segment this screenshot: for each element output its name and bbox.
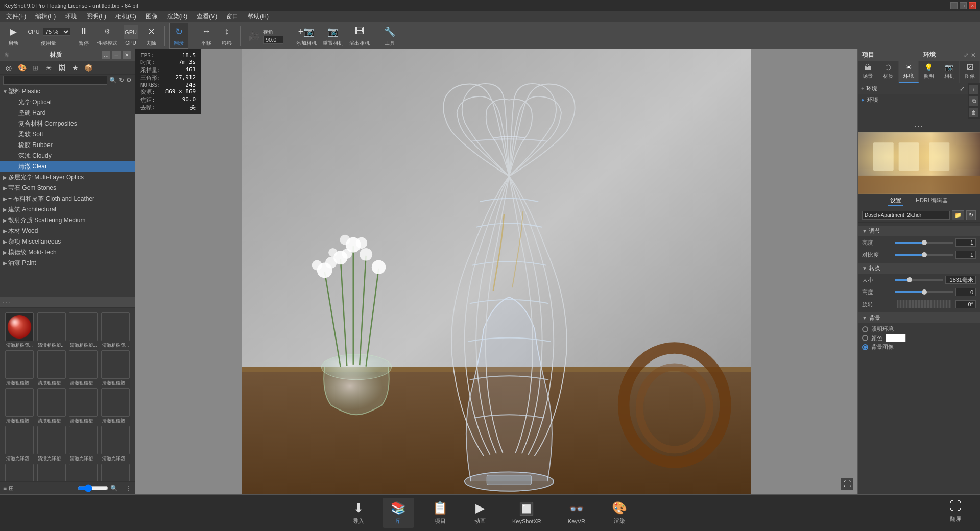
toolbar-pause[interactable]: ⏸ 暂停 (75, 23, 93, 48)
materials-search-input[interactable] (3, 76, 107, 85)
size-value-input[interactable] (945, 276, 976, 284)
mat-item-1[interactable]: 清澈粗糙塑... (36, 312, 67, 349)
tree-item-misc[interactable]: ▶ 杂项 Miscellaneous (0, 236, 135, 247)
mat-item-11[interactable]: 清澈粗糙塑... (100, 388, 131, 424)
tab-environment[interactable]: ☀ 环境 (899, 61, 919, 83)
toolbar-reset-camera[interactable]: 📷 重置相机 (321, 23, 345, 48)
toolbar-start[interactable]: ▶ 启动 (4, 23, 22, 48)
mat-item-7[interactable]: 清澈粗糙塑... (100, 350, 131, 387)
brightness-value-input[interactable] (955, 238, 976, 247)
texture-icon-btn[interactable]: ⊞ (30, 62, 41, 74)
hdri-file-input[interactable] (862, 211, 950, 220)
toolbar-tools[interactable]: 🔧 工具 (380, 23, 399, 48)
bg-option-lighting[interactable]: 照明环境 (862, 325, 976, 333)
collection-icon-btn[interactable]: ★ (69, 62, 81, 74)
tree-item-plastic[interactable]: ▼ 塑料 Plastic (0, 86, 135, 97)
toolbar-view[interactable]: 🎥 视角 (245, 27, 285, 45)
toolbar-cpu[interactable]: CPU 75 % 50 % 100 % 使用量 (25, 23, 73, 48)
settings-tab-settings[interactable]: 设置 (888, 196, 903, 206)
bg-option-color[interactable]: 颜色 (862, 334, 976, 342)
right-panel-expand-btn[interactable]: ⤢ (964, 52, 969, 59)
panel-minimize-button[interactable]: ─ (112, 51, 121, 59)
toolbar-add-camera[interactable]: +📷 添加相机 (294, 23, 319, 48)
bottom-keyvr-btn[interactable]: 👓 KeyVR (560, 499, 593, 527)
mat-item-9[interactable]: 清澈粗糙塑... (36, 388, 67, 424)
material-icon-btn[interactable]: ◎ (3, 62, 14, 74)
hdri-refresh-btn[interactable]: ↻ (966, 210, 976, 220)
tree-item-multilayer[interactable]: ▶ 多层光学 Multi-Layer Optics (0, 172, 135, 183)
mat-item-15[interactable]: 清澈光泽塑... (100, 426, 131, 462)
bottom-render-btn[interactable]: 🎨 渲染 (604, 498, 635, 528)
angle-input[interactable] (263, 36, 283, 44)
bottom-animation-btn[interactable]: ▶ 动画 (466, 498, 494, 528)
tree-item-arch[interactable]: ▶ 建筑 Architectural (0, 204, 135, 215)
height-slider[interactable] (895, 291, 953, 293)
tree-item-cloudy[interactable]: 深浊 Cloudy (0, 151, 135, 161)
env-delete-btn[interactable]: 🗑 (969, 108, 978, 117)
grid-details-btn[interactable]: ≣ (16, 485, 21, 492)
color-icon-btn[interactable]: 🎨 (16, 62, 28, 74)
mat-item-5[interactable]: 清澈粗糙塑... (36, 350, 67, 387)
grid-list-btn[interactable]: ≡ (3, 485, 7, 492)
tab-camera[interactable]: 📷 相机 (939, 61, 960, 83)
menu-render[interactable]: 渲染(R) (163, 11, 192, 22)
menu-file[interactable]: 文件(F) (2, 11, 30, 22)
fullscreen-button[interactable]: ⛶ (841, 478, 853, 490)
grid-more-btn[interactable]: ⋮ (126, 485, 132, 492)
toolbar-record[interactable]: ↻ 翻录 (169, 23, 188, 49)
toolbar-perf[interactable]: ⚙ 性能模式 (95, 23, 119, 48)
menu-image[interactable]: 图像 (141, 11, 162, 22)
menu-lighting[interactable]: 照明(L) (82, 11, 110, 22)
right-panel-close-btn[interactable]: ✕ (971, 52, 976, 59)
toolbar-move[interactable]: ↕ 移移 (218, 23, 236, 48)
menu-env[interactable]: 环境 (61, 11, 81, 22)
tree-item-hard[interactable]: 坚硬 Hard (0, 108, 135, 118)
mat-item-17[interactable]: 清澈光泽塑... (36, 464, 67, 481)
tab-scene[interactable]: 🏔 场景 (858, 61, 878, 83)
tab-image[interactable]: 🖼 图像 (960, 61, 980, 83)
size-slider[interactable] (895, 279, 943, 281)
bottom-keyshotxr-btn[interactable]: 🔲 KeyShotXR (504, 499, 549, 527)
tree-item-clear[interactable]: 清澈 Clear (0, 161, 135, 172)
rotate-slider[interactable] (897, 300, 951, 308)
mat-item-12[interactable]: 清澈光泽塑... (4, 426, 35, 462)
brightness-slider[interactable] (895, 242, 953, 244)
mat-item-19[interactable]: 清澈光泽塑... (100, 464, 131, 481)
toolbar-remove[interactable]: ✕ 去除 (142, 23, 160, 48)
contrast-slider[interactable] (895, 254, 953, 256)
search-refresh-btn[interactable]: ↻ (119, 77, 124, 84)
mat-item-3[interactable]: 清澈粗糙塑... (100, 312, 131, 349)
tree-item-optical[interactable]: 光学 Optical (0, 97, 135, 108)
mat-item-18[interactable]: 清澈光泽塑... (68, 464, 99, 481)
minimize-button[interactable]: ─ (950, 2, 958, 9)
settings-tab-hdri[interactable]: HDRI 编辑器 (914, 196, 950, 206)
env-copy-btn[interactable]: ⧉ (969, 96, 978, 106)
cpu-percent-select[interactable]: 75 % 50 % 100 % (43, 28, 70, 36)
menu-window[interactable]: 窗口 (222, 11, 243, 22)
env-expand-btn[interactable]: ⤢ (960, 85, 965, 92)
env-list-item[interactable]: ● 环境 (858, 94, 968, 105)
bg-color-swatch[interactable] (886, 334, 906, 342)
tab-lighting[interactable]: 💡 照明 (919, 61, 939, 83)
env-add-btn[interactable]: + (969, 85, 978, 94)
maximize-button[interactable]: □ (960, 2, 967, 9)
mat-item-6[interactable]: 清澈粗糙塑... (68, 350, 99, 387)
hdri-browse-btn[interactable]: 📁 (952, 210, 964, 220)
mat-item-16[interactable]: 清澈光泽塑... (4, 464, 35, 481)
tree-item-paint[interactable]: ▶ 油漆 Paint (0, 258, 135, 269)
menu-view[interactable]: 查看(V) (193, 11, 221, 22)
bottom-project-btn[interactable]: 📋 项目 (424, 498, 456, 528)
rotate-value-input[interactable] (955, 300, 976, 308)
tree-item-rubber[interactable]: 橡胶 Rubber (0, 140, 135, 151)
mat-item-0[interactable]: 清澈粗糙塑... (4, 312, 35, 349)
tree-item-cloth[interactable]: ▶ + 布料和皮革 Cloth and Leather (0, 194, 135, 204)
contrast-value-input[interactable] (955, 251, 976, 259)
mat-item-8[interactable]: 清澈粗糙塑... (4, 388, 35, 424)
toolbar-pan[interactable]: ↔ 平移 (197, 23, 216, 48)
mat-item-13[interactable]: 清澈光泽塑... (36, 426, 67, 462)
tree-item-composites[interactable]: 复合材料 Composites (0, 118, 135, 129)
grid-size-slider[interactable] (78, 484, 108, 492)
bottom-import-btn[interactable]: ⬇ 导入 (345, 498, 372, 528)
mat-item-2[interactable]: 清澈粗糙塑... (68, 312, 99, 349)
grid-grid-btn[interactable]: ⊞ (9, 485, 14, 492)
